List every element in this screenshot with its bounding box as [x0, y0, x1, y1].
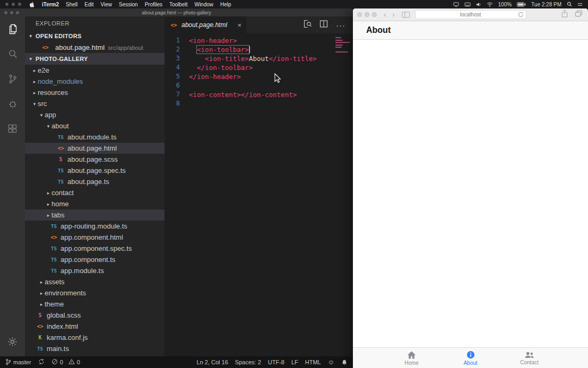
wifi-icon[interactable]	[487, 2, 493, 7]
tree-file-app-component-ts[interactable]: TSapp.component.ts	[25, 254, 165, 265]
tree-folder-about[interactable]: ▾about	[25, 120, 165, 132]
split-editor-icon[interactable]	[319, 20, 328, 30]
tree-file-index-html[interactable]: <>index.html	[25, 321, 165, 332]
encoding[interactable]: UTF-8	[268, 359, 284, 365]
tree-item-label: contact	[51, 189, 74, 197]
open-editors-label: OPEN EDITORS	[36, 33, 82, 39]
sync-button[interactable]	[38, 358, 45, 366]
open-preview-icon[interactable]	[303, 20, 312, 30]
ionic-tab-bar: HomeAboutContact	[353, 347, 588, 368]
tree-file-app-module-ts[interactable]: TSapp.module.ts	[25, 265, 165, 276]
tree-folder-environments[interactable]: ▸environments	[25, 287, 165, 299]
menubar-clock[interactable]: Tue 2:28 PM	[531, 2, 561, 7]
eol[interactable]: LF	[291, 359, 298, 365]
tree-file-about-page-scss[interactable]: Sabout.page.scss	[25, 154, 165, 165]
notifications-bell-icon[interactable]	[341, 359, 348, 366]
minimize-window-button[interactable]	[365, 12, 369, 17]
menubar-item-help[interactable]: Help	[220, 2, 231, 7]
menubar-status: 100% Tue 2:28 PM	[453, 2, 583, 7]
tree-folder-app[interactable]: ▾app	[25, 109, 165, 120]
tree-item-label: app	[45, 111, 56, 119]
language-mode[interactable]: HTML	[305, 359, 321, 365]
tree-file-about-page-spec-ts[interactable]: TSabout.page.spec.ts	[25, 165, 165, 176]
more-actions-icon[interactable]: ···	[336, 21, 345, 30]
menubar-item-session[interactable]: Session	[119, 2, 138, 7]
vscode-titlebar[interactable]: about.page.html — photo-gallery	[0, 8, 353, 16]
cursor-position[interactable]: Ln 2, Col 16	[197, 359, 228, 365]
settings-gear-icon[interactable]	[0, 331, 25, 352]
refresh-icon[interactable]	[518, 12, 524, 19]
extensions-icon[interactable]	[0, 116, 25, 141]
vscode-traffic-lights[interactable]	[4, 11, 19, 14]
indentation[interactable]: Spaces: 2	[235, 359, 261, 365]
tree-item-label: app.module.ts	[60, 267, 104, 275]
tree-folder-resources[interactable]: ▸resources	[25, 87, 165, 98]
source-control-icon[interactable]	[0, 66, 25, 91]
volume-icon[interactable]	[476, 2, 481, 7]
tree-folder-src[interactable]: ▾src	[25, 98, 165, 109]
minimap[interactable]	[334, 37, 351, 56]
apple-menu-icon[interactable]	[29, 1, 35, 8]
menubar-item-profiles[interactable]: Profiles	[145, 2, 162, 7]
close-tab-icon[interactable]: ×	[237, 22, 241, 29]
tree-folder-e2e[interactable]: ▸e2e	[25, 65, 165, 76]
tree-file-app-component-spec-ts[interactable]: TSapp.component.spec.ts	[25, 243, 165, 254]
project-label: PHOTO-GALLERY	[36, 56, 88, 62]
feedback-smiley-icon[interactable]: ☺	[328, 358, 334, 366]
ion-tab-home[interactable]: Home	[382, 348, 441, 368]
tree-file-about-module-ts[interactable]: TSabout.module.ts	[25, 132, 165, 143]
git-branch-item[interactable]: master	[5, 358, 31, 366]
close-window-button[interactable]	[357, 12, 362, 17]
open-editors-section[interactable]: ▾ OPEN EDITORS	[25, 30, 165, 42]
share-icon[interactable]	[561, 10, 568, 20]
zoom-window-button[interactable]	[372, 12, 377, 17]
safari-window: ‹ › localhost About HomeAboutCont	[353, 8, 588, 368]
keyboard-icon[interactable]	[464, 2, 471, 7]
ion-tab-about[interactable]: About	[441, 348, 500, 368]
tabs-overview-icon[interactable]	[575, 10, 583, 20]
open-editor-item[interactable]: <> about.page.html src/app/about	[25, 42, 165, 53]
tree-folder-assets[interactable]: ▸assets	[25, 276, 165, 287]
tree-file-app-routing-module-ts[interactable]: TSapp-routing.module.ts	[25, 221, 165, 232]
screen-mirroring-icon[interactable]	[453, 2, 459, 7]
tree-file-about-page-html[interactable]: <>about.page.html	[25, 143, 165, 154]
tree-file-global-scss[interactable]: Sglobal.scss	[25, 310, 165, 321]
safari-traffic-lights[interactable]	[357, 12, 377, 17]
address-bar[interactable]: localhost	[415, 10, 526, 19]
debug-icon[interactable]	[0, 91, 25, 116]
tree-folder-contact[interactable]: ▸contact	[25, 187, 165, 198]
minimize-window-button[interactable]	[10, 11, 13, 14]
tree-folder-home[interactable]: ▸home	[25, 198, 165, 209]
code-area[interactable]: 1<ion-header>2 <ion-toolbar>3 <ion-title…	[165, 33, 353, 356]
tab-about-page-html[interactable]: <> about.page.html ×	[165, 16, 246, 33]
status-bar-right: Ln 2, Col 16Spaces: 2UTF-8LFHTML☺	[197, 358, 348, 366]
forward-button[interactable]: ›	[392, 11, 394, 18]
tree-file-karma-conf-js[interactable]: Kkarma.conf.js	[25, 332, 165, 343]
menubar-app-name[interactable]: iTerm2	[42, 2, 59, 7]
explorer-icon[interactable]	[0, 16, 25, 41]
tree-folder-tabs[interactable]: ▸tabs	[25, 209, 165, 221]
tree-file-about-page-ts[interactable]: TSabout.page.ts	[25, 176, 165, 187]
tree-item-label: global.scss	[47, 311, 81, 319]
zoom-window-button[interactable]	[16, 11, 19, 14]
menubar-item-toolbelt[interactable]: Toolbelt	[169, 2, 187, 7]
problems-item[interactable]: 0 0	[51, 358, 80, 366]
back-button[interactable]: ‹	[384, 11, 386, 18]
search-icon[interactable]	[0, 41, 25, 66]
battery-icon[interactable]	[517, 2, 526, 7]
spotlight-icon[interactable]	[567, 2, 572, 7]
tree-folder-node-modules[interactable]: ▸node_modules	[25, 76, 165, 87]
notification-center-icon[interactable]	[577, 2, 583, 7]
menubar-item-edit[interactable]: Edit	[84, 2, 93, 7]
project-section[interactable]: ▾ PHOTO-GALLERY	[25, 53, 165, 65]
menubar-item-shell[interactable]: Shell	[66, 2, 77, 7]
menubar-item-view[interactable]: View	[101, 2, 113, 7]
minimap-line	[335, 45, 343, 46]
ion-tab-contact[interactable]: Contact	[500, 348, 559, 368]
close-window-button[interactable]	[4, 11, 7, 14]
sidebar-toggle-icon[interactable]	[402, 12, 410, 18]
tree-file-main-ts[interactable]: TSmain.ts	[25, 343, 165, 354]
tree-folder-theme[interactable]: ▸theme	[25, 299, 165, 310]
menubar-item-window[interactable]: Window	[194, 2, 213, 7]
tree-file-app-component-html[interactable]: <>app.component.html	[25, 232, 165, 243]
